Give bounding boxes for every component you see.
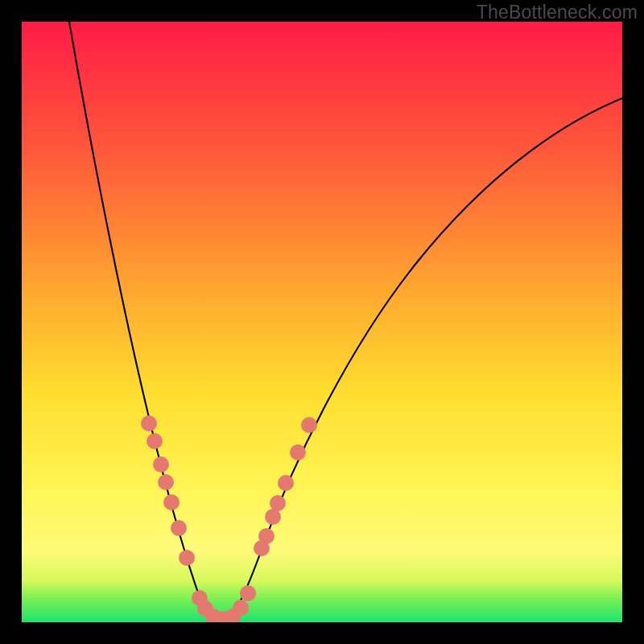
data-dot [158, 474, 174, 490]
curve-layer [22, 22, 622, 622]
data-dot [258, 528, 275, 544]
data-dot [171, 520, 187, 536]
data-dot [278, 475, 294, 491]
chart-frame: TheBottleneck.com [0, 0, 644, 644]
dots-valley [192, 585, 256, 622]
data-dot [233, 600, 249, 616]
watermark-text: TheBottleneck.com [477, 2, 638, 23]
data-dot [153, 456, 169, 473]
data-dot [147, 433, 163, 449]
data-dot [163, 494, 180, 510]
curve-right-branch [223, 98, 622, 619]
data-dot [270, 495, 286, 511]
plot-area [22, 22, 622, 622]
curve-left-branch [69, 22, 223, 619]
data-dot [265, 509, 281, 525]
data-dot [240, 585, 256, 601]
data-dot [141, 415, 157, 431]
data-dot [301, 417, 317, 433]
dots-right [254, 417, 317, 556]
data-dot [179, 550, 195, 566]
data-dot [290, 444, 306, 460]
